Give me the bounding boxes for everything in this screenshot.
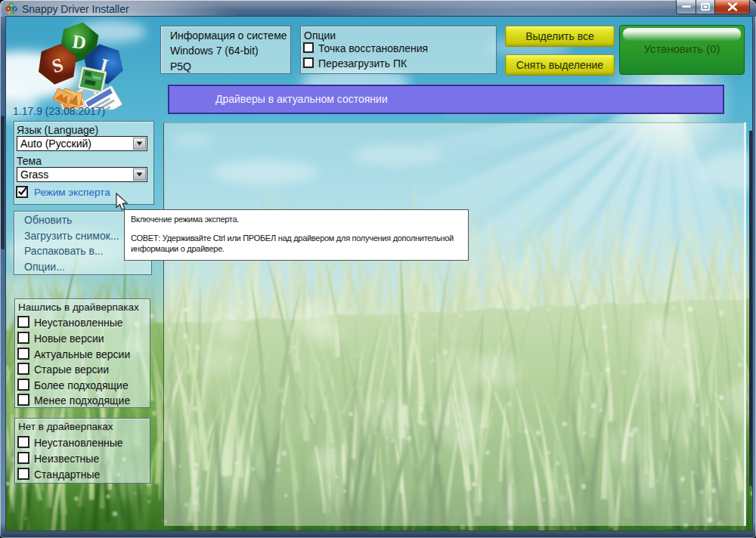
- svg-text:D: D: [71, 31, 88, 53]
